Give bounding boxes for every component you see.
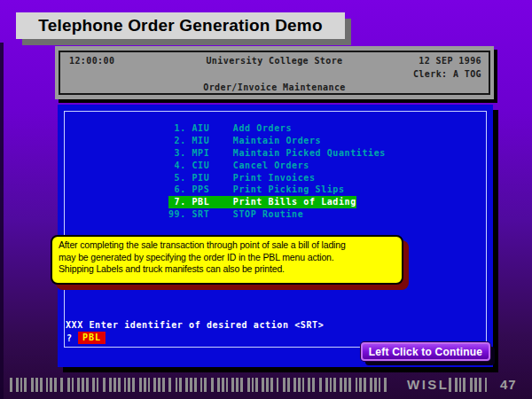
barcode-bar: [185, 378, 188, 392]
barcode-bar: [31, 378, 34, 392]
barcode-bar: [270, 378, 273, 392]
barcode-bar: [162, 378, 165, 392]
prompt-message: XXX Enter identifier of desired action <…: [66, 320, 324, 330]
barcode-bar: [194, 378, 197, 392]
callout-text: After completing the sale transaction th…: [59, 239, 395, 276]
menu-item-text: 99. SRT STOP Routine: [168, 208, 303, 221]
barcode-bar: [330, 378, 332, 392]
barcode-bar: [144, 378, 146, 392]
barcode-bar: [168, 378, 171, 392]
barcode-bar: [92, 378, 95, 392]
page-number: 47: [500, 377, 517, 392]
barcode-bar: [148, 378, 150, 392]
barcode-bar: [252, 378, 254, 392]
barcode-bar: [302, 378, 304, 392]
barcode-bar: [16, 378, 19, 392]
menu-item-text: 2. MIU Maintain Orders: [168, 135, 321, 147]
barcode-bar: [86, 378, 89, 392]
barcode-bar: [10, 378, 12, 392]
barcode-bar: [35, 378, 38, 392]
barcode-bar: [266, 378, 269, 392]
menu-item-mpi: 3. MPI Maintain Picked Quantities: [168, 147, 386, 160]
menu-item-miu: 2. MIU Maintain Orders: [168, 135, 386, 147]
menu-item-pbl: 7. PBL Print Bills of Lading: [168, 196, 386, 208]
barcode-bar: [60, 378, 63, 392]
info-callout: After completing the sale transaction th…: [51, 235, 403, 285]
barcode-bar: [449, 378, 451, 392]
menu-item-aiu: 1. AIU Add Orders: [168, 122, 386, 135]
barcode-bar: [379, 378, 380, 392]
callout-text-line: may be generated by specifying the order…: [59, 252, 395, 264]
barcode-bar: [364, 378, 366, 392]
clerk-label: Clerk: A TOG: [413, 69, 481, 79]
date-label: 12 SEP 1996: [419, 56, 481, 66]
barcode-bar: [293, 378, 296, 392]
barcode-bar: [485, 378, 487, 392]
slide-title-bar: Telephone Order Generation Demo: [16, 12, 345, 39]
barcode-bar: [384, 378, 387, 392]
barcode-bar: [287, 378, 290, 392]
barcode-bar: [211, 378, 214, 392]
slide-title: Telephone Order Generation Demo: [38, 16, 322, 35]
barcode-bar: [308, 378, 310, 392]
barcode-bar: [77, 378, 80, 392]
callout-text-line: Shipping Labels and truck manifests can …: [59, 263, 395, 276]
menu-item-text: 4. CIU Cancel Orders: [168, 160, 309, 172]
barcode-bar: [344, 378, 347, 392]
barcode-bar: [139, 378, 142, 392]
continue-button[interactable]: Left Click to Continue: [361, 342, 490, 361]
barcode-bar: [474, 378, 477, 392]
barcode-bar: [312, 378, 315, 392]
barcode-bar: [24, 378, 27, 392]
barcode-bar: [283, 378, 286, 392]
barcode-bar: [200, 378, 202, 392]
callout-text-line: After completing the sale transaction th…: [59, 239, 395, 252]
barcode-bar: [277, 378, 278, 392]
menu-item-text: 5. PIU Print Invoices: [168, 172, 316, 184]
barcode-bar: [370, 378, 372, 392]
barcode-bar: [20, 378, 22, 392]
action-input[interactable]: PBL: [78, 332, 106, 344]
prompt-row: ? PBL: [66, 332, 106, 344]
barcode-bar: [333, 378, 336, 392]
barcode-bar: [82, 378, 84, 392]
barcode-bar: [204, 378, 207, 392]
barcode-bar: [226, 378, 228, 392]
menu-item-text: 6. PPS Print Picking Slips: [168, 184, 345, 196]
barcode-bar: [118, 378, 121, 392]
barcode-bar: [240, 378, 243, 392]
menu-item-piu: 5. PIU Print Invoices: [168, 172, 386, 184]
barcode-bar: [190, 378, 192, 392]
barcode-bar: [247, 378, 250, 392]
barcode-bar: [67, 378, 70, 392]
barcode-bar: [374, 378, 377, 392]
barcode-bar: [158, 378, 160, 392]
terminal-header: 12:00:00 University College Store 12 SEP…: [55, 46, 494, 99]
barcode-bar: [128, 378, 130, 392]
menu-item-text: 3. MPI Maintain Picked Quantities: [168, 147, 386, 160]
barcode-bar: [340, 378, 342, 392]
barcode-bar: [97, 378, 98, 392]
barcode-bar: [54, 378, 57, 392]
barcode-bar: [153, 378, 156, 392]
barcode-bar: [359, 378, 362, 392]
barcode-bar: [455, 378, 458, 392]
barcode-bar: [179, 378, 182, 392]
barcode-bar: [46, 378, 48, 392]
menu-item-srt: 99. SRT STOP Routine: [168, 208, 386, 221]
barcode-bar: [319, 378, 322, 392]
menu-item-text: 1. AIU Add Orders: [168, 122, 292, 135]
barcode-bar: [459, 378, 461, 392]
barcode-bar: [262, 378, 264, 392]
barcode-bar: [124, 378, 126, 392]
slide-background: Telephone Order Generation Demo 12:00:00…: [0, 0, 532, 399]
barcode-bar: [217, 378, 220, 392]
barcode-bar: [470, 378, 473, 392]
menu-item-pps: 6. PPS Print Picking Slips: [168, 184, 386, 196]
barcode-bar: [463, 378, 466, 392]
barcode-bar: [325, 378, 328, 392]
wisl-logo: WISL: [407, 377, 450, 392]
barcode-bar: [348, 378, 351, 392]
barcode-bar: [222, 378, 224, 392]
barcode-bar: [113, 378, 116, 392]
